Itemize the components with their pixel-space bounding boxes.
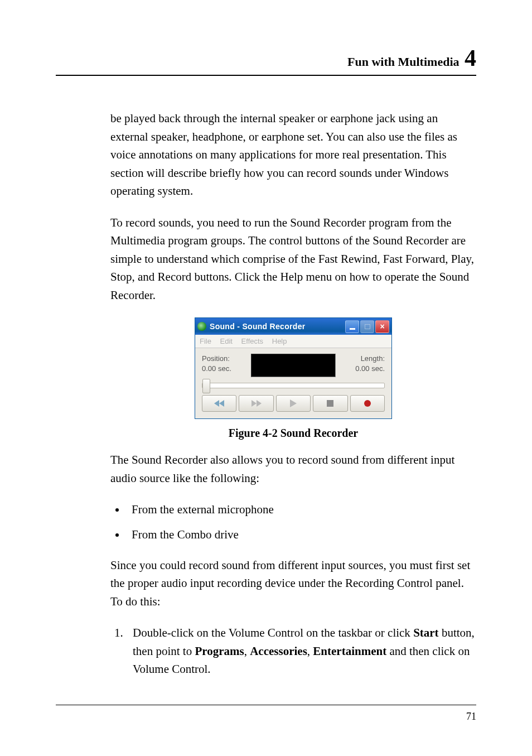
step-text: , <box>307 644 313 658</box>
paragraph: Since you could record sound from differ… <box>110 556 476 611</box>
maximize-button <box>360 320 374 333</box>
paragraph: To record sounds, you need to run the So… <box>110 214 476 305</box>
waveform-display <box>251 354 336 377</box>
list-item: From the Combo drive <box>126 526 476 544</box>
window-body: Position: 0.00 sec. Length: 0.00 sec. <box>195 348 391 418</box>
header-title: Fun with Multimedia <box>347 55 462 69</box>
position-readout: Position: 0.00 sec. <box>202 354 231 373</box>
figure-caption: Figure 4-2 Sound Recorder <box>110 427 476 440</box>
page-header: Fun with Multimedia 4 <box>56 45 476 76</box>
document-page: Fun with Multimedia 4 be played back thr… <box>0 0 532 756</box>
list-item: Double-click on the Volume Control on th… <box>126 624 476 678</box>
svg-marker-1 <box>219 400 224 407</box>
app-icon <box>197 322 206 331</box>
menubar: File Edit Effects Help <box>195 335 391 348</box>
window-title: Sound - Sound Recorder <box>210 322 345 331</box>
paragraph: be played back through the internal spea… <box>110 109 476 200</box>
rewind-button[interactable] <box>202 395 236 412</box>
rewind-icon <box>214 400 224 407</box>
play-button[interactable] <box>276 395 311 412</box>
svg-marker-0 <box>214 400 219 407</box>
svg-rect-5 <box>327 400 333 407</box>
position-label: Position: <box>202 354 231 364</box>
record-button[interactable] <box>350 395 385 412</box>
close-icon: × <box>380 322 384 330</box>
header-chapter-number: 4 <box>465 45 476 71</box>
slider-thumb[interactable] <box>202 379 210 393</box>
svg-marker-4 <box>290 399 297 407</box>
minimize-icon <box>350 328 355 330</box>
sound-recorder-window: Sound - Sound Recorder × File Edit Effec… <box>195 317 392 419</box>
list-item: From the external microphone <box>126 501 476 519</box>
bold-entertainment: Entertainment <box>313 644 386 658</box>
menu-help[interactable]: Help <box>272 337 287 345</box>
menu-file[interactable]: File <box>200 337 211 345</box>
forward-button[interactable] <box>239 395 273 412</box>
svg-marker-3 <box>257 400 262 407</box>
bold-accessories: Accessories <box>250 644 307 658</box>
stop-icon <box>327 400 333 407</box>
length-value: 0.00 sec. <box>355 364 385 374</box>
page-number: 71 <box>466 711 476 722</box>
minimize-button[interactable] <box>345 320 359 333</box>
bold-programs: Programs <box>195 644 244 658</box>
menu-edit[interactable]: Edit <box>220 337 233 345</box>
stop-button[interactable] <box>313 395 347 412</box>
svg-marker-2 <box>252 400 257 407</box>
play-icon <box>290 399 297 407</box>
transport-buttons <box>202 395 385 412</box>
position-slider[interactable] <box>202 383 385 388</box>
svg-point-6 <box>364 400 371 407</box>
step-text: Double-click on the Volume Control on th… <box>133 626 413 639</box>
page-content: be played back through the internal spea… <box>56 109 476 678</box>
maximize-icon <box>365 324 370 329</box>
forward-icon <box>252 400 262 407</box>
length-label: Length: <box>355 354 385 364</box>
bold-start: Start <box>413 626 439 639</box>
paragraph: The Sound Recorder also allows you to re… <box>110 451 476 487</box>
page-footer: 71 <box>56 705 476 723</box>
ordered-list: Double-click on the Volume Control on th… <box>110 624 476 678</box>
bullet-list: From the external microphone From the Co… <box>110 501 476 544</box>
titlebar[interactable]: Sound - Sound Recorder × <box>195 318 391 335</box>
info-row: Position: 0.00 sec. Length: 0.00 sec. <box>202 354 385 377</box>
step-text: , <box>244 644 250 658</box>
length-readout: Length: 0.00 sec. <box>355 354 385 373</box>
window-buttons: × <box>345 320 389 333</box>
menu-effects[interactable]: Effects <box>241 337 264 345</box>
position-value: 0.00 sec. <box>202 364 231 374</box>
close-button[interactable]: × <box>375 320 389 333</box>
record-icon <box>364 399 371 407</box>
figure-sound-recorder: Sound - Sound Recorder × File Edit Effec… <box>110 317 476 419</box>
